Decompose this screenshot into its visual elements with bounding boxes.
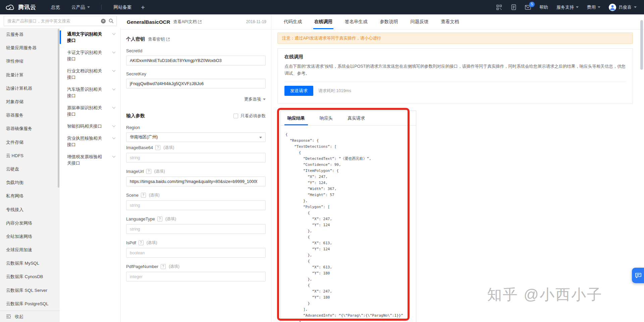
workbench-tab[interactable]: 查看文档 (441, 19, 459, 29)
sidebar-item[interactable]: 负载均衡 (0, 176, 60, 189)
sidebar-item[interactable]: 云 HDFS (0, 149, 60, 163)
qrcode-icon[interactable] (496, 4, 502, 10)
search-box: ✕ (4, 16, 117, 26)
sidebar-item[interactable]: 轻量应用服务器 (0, 41, 60, 55)
field-input[interactable]: jFnqgQwBwd7d4HI4ikJg5QXVFzJ8iJo6 (126, 79, 266, 88)
api-category-item[interactable]: 行业文档识别相关接口 (60, 68, 120, 80)
collapse-sidebar-button[interactable]: 收起 (0, 311, 60, 322)
search-input[interactable] (7, 19, 101, 23)
sidebar-item[interactable]: 文件存储 (0, 136, 60, 149)
sidebar-item[interactable]: 对象存储 (0, 95, 60, 109)
chevron-down-icon (112, 136, 116, 139)
field-input[interactable]: 华南地区(广州) (126, 132, 266, 142)
nav-item[interactable]: 网站备案 (101, 4, 132, 10)
sidebar-item[interactable]: 全球应用加速 (0, 243, 60, 257)
sidebar-item[interactable]: 弹性伸缩 (0, 55, 60, 68)
chat-widget-button[interactable] (632, 268, 644, 283)
field-input[interactable]: AKIDxxmNksETuD1bEdcT8YkmgpYBZ0WoxbO3 (126, 56, 266, 65)
nav-item[interactable]: 云产品 (71, 4, 90, 10)
field-label: SecretKey (126, 71, 146, 76)
field-input[interactable]: boolean (126, 248, 266, 258)
help-icon[interactable] (161, 264, 166, 269)
sidebar-item[interactable]: 私有网络 (0, 189, 60, 203)
field-input[interactable]: integer (126, 272, 266, 281)
mail-icon[interactable]: 5 (525, 4, 531, 10)
workbench-tab[interactable]: 参数说明 (380, 19, 398, 29)
field-input[interactable]: string (126, 153, 266, 163)
clear-search-icon[interactable]: ✕ (101, 19, 106, 23)
api-category-item[interactable]: 汽车场景识别相关接口 (60, 86, 120, 99)
optional-tag: (选填) (147, 240, 157, 246)
account-menu[interactable]: 吕俊喜 (609, 4, 637, 11)
help-icon[interactable] (157, 216, 162, 221)
optional-tag: (选填) (163, 145, 174, 150)
nav-item[interactable]: 服务支持 (556, 4, 579, 10)
workbench-tab[interactable]: 在线调用 (314, 19, 332, 29)
field-input[interactable]: string (126, 200, 266, 210)
sidebar-scrollbar[interactable] (58, 29, 59, 188)
help-icon[interactable] (146, 169, 151, 174)
field-label: LanguageType (126, 216, 155, 221)
external-link-icon (198, 20, 202, 24)
sidebar-item[interactable]: 云硬盘 (0, 163, 60, 176)
send-request-button[interactable]: 发送请求 (284, 86, 313, 96)
response-tabs: 响应结果 响应头 真实请求 (281, 111, 416, 126)
document-icon[interactable] (511, 4, 517, 10)
help-icon[interactable] (139, 240, 144, 245)
nav-item[interactable]: 费用 (587, 4, 600, 10)
view-keys-link[interactable]: 查看密钥 (148, 37, 170, 42)
api-category-item[interactable]: 增值税发票核验相关接口 (60, 153, 120, 166)
primary-nav: 总览 云产品 网站备案 (51, 4, 143, 10)
sidebar-item[interactable]: 容器镜像服务 (0, 122, 60, 135)
sidebar-item[interactable]: 云数据库 PostgreSQL (0, 297, 60, 311)
sidebar-item[interactable]: 云数据库 SQL Server (0, 284, 60, 297)
api-category-sidebar: 通用文字识别相关接口 卡证文字识别相关接口 行业文档识别相关接口 汽车场景识别相… (60, 28, 121, 322)
api-category-item[interactable]: 通用文字识别相关接口 (60, 31, 120, 44)
search-icon[interactable] (109, 18, 114, 23)
sidebar-item[interactable]: 全站加速网络 (0, 230, 60, 243)
field-label: IsPdf (126, 240, 136, 245)
page-scrollbar[interactable] (640, 20, 643, 70)
api-category-item[interactable]: 卡证文字识别相关接口 (60, 49, 120, 62)
sidebar-item[interactable]: 容器服务 (0, 109, 60, 122)
request-form-panel: GeneralBasicOCR 查看API文档 2018-11-19 个人密钥 … (121, 14, 271, 322)
param-field: PdfPageNumber (选填) integer (126, 264, 266, 281)
top-nav-bar: 腾讯云 总览 云产品 网站备案 + (0, 0, 644, 14)
invoke-description: 点击下面的“发送请求”按钮，系统会以POST的请求方法发送您在左侧填写的参数到对… (284, 63, 626, 77)
field-input[interactable]: https://timgsa.baidu.com/timg?image&qual… (126, 177, 266, 186)
response-panel: 响应结果 响应头 真实请求 { “Response”: { “TextDetec… (280, 111, 416, 322)
response-tab[interactable]: 响应结果 (287, 115, 305, 125)
required-only-toggle[interactable]: 只看必填参数 (233, 113, 266, 119)
tencent-cloud-logo[interactable]: 腾讯云 (5, 3, 36, 11)
sidebar-item[interactable]: 批量计算 (0, 68, 60, 82)
workbench-tab[interactable]: 问题反馈 (411, 19, 429, 29)
sidebar-item[interactable]: 专线接入 (0, 203, 60, 216)
sidebar-item[interactable]: 云服务器 (0, 28, 60, 41)
view-api-doc-link[interactable]: 查看API文档 (173, 19, 202, 25)
workbench-tab[interactable]: 代码生成 (284, 19, 302, 29)
help-icon[interactable] (155, 145, 160, 150)
sidebar-item[interactable]: 边缘计算机器 (0, 82, 60, 95)
more-options-toggle[interactable]: 更多选项 (126, 96, 266, 102)
sidebar-item[interactable]: 云数据库 MySQL (0, 257, 60, 270)
add-nav-button[interactable]: + (141, 4, 145, 11)
chevron-down-icon (112, 106, 116, 109)
response-tab[interactable]: 响应头 (320, 115, 333, 125)
sidebar-item[interactable]: 云数据库 CynosDB (0, 270, 60, 283)
workbench-tab[interactable]: 签名串生成 (345, 19, 368, 29)
api-category-item[interactable]: 票据单据识别相关接口 (60, 105, 120, 117)
api-category-item[interactable]: 智能扫码相关接口 (60, 123, 120, 129)
api-category-item[interactable]: 营业执照核验相关接口 (60, 135, 120, 148)
help-icon[interactable] (141, 193, 146, 198)
api-name: GeneralBasicOCR (127, 19, 170, 25)
collapse-label: 收起 (15, 314, 23, 320)
chevron-down-icon (576, 6, 579, 8)
nav-item[interactable]: 总览 (51, 4, 60, 10)
field-label: PdfPageNumber (126, 264, 158, 269)
sidebar-item[interactable]: 内容分发网络 (0, 216, 60, 230)
response-tab[interactable]: 真实请求 (347, 115, 365, 125)
required-only-checkbox[interactable] (233, 114, 238, 118)
field-input[interactable]: string (126, 224, 266, 234)
field-label: Region (126, 125, 140, 130)
nav-item[interactable]: 帮助 (539, 4, 548, 10)
